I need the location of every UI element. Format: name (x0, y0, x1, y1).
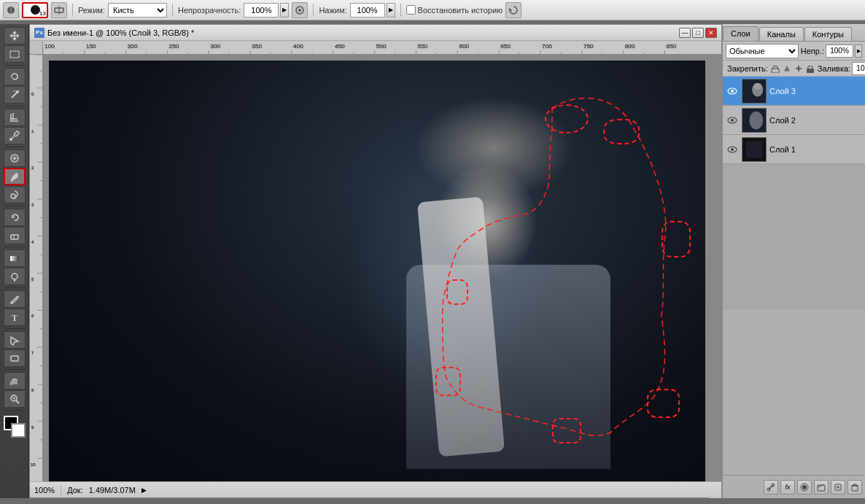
selection-dash-bottom-right (647, 389, 680, 418)
svg-rect-6 (10, 51, 19, 58)
rectangular-marquee-tool[interactable] (4, 45, 26, 63)
window-controls: — □ ✕ (679, 28, 717, 38)
minimize-button[interactable]: — (679, 28, 691, 38)
panel-bottom: fx (723, 475, 865, 498)
link-layers-button[interactable] (764, 480, 778, 495)
background-color[interactable] (11, 423, 26, 438)
layer-3-name: Слой 3 (769, 87, 862, 96)
svg-text:100: 100 (44, 43, 55, 50)
svg-text:T: T (12, 313, 18, 323)
fx-label: fx (785, 484, 790, 491)
maximize-button[interactable]: □ (692, 28, 704, 38)
crop-tool[interactable] (4, 109, 26, 126)
ruler-corner (30, 42, 43, 55)
eyedropper-tool[interactable] (4, 127, 26, 144)
fill-input[interactable] (852, 62, 865, 75)
mode-select[interactable]: Кисть Карандаш Осветлить Затемнить (108, 3, 167, 18)
eraser-tool[interactable] (4, 227, 26, 244)
tool-preset-picker[interactable] (3, 2, 19, 18)
canvas-area[interactable] (43, 55, 721, 484)
shape-tool[interactable] (4, 349, 26, 367)
tab-paths[interactable]: Контуры (804, 27, 852, 41)
history-checkbox[interactable] (406, 5, 416, 15)
pressure-input[interactable]: 100% (350, 3, 385, 18)
svg-point-116 (786, 69, 788, 70)
svg-point-130 (731, 148, 734, 151)
svg-rect-26 (11, 356, 18, 361)
history-brush-tool[interactable] (4, 209, 26, 226)
history-brush-group: Восстановить историю (406, 5, 503, 15)
tool-sep-8 (4, 369, 25, 370)
clone-stamp-tool[interactable] (4, 186, 26, 203)
svg-rect-79 (30, 55, 43, 484)
brush-preview[interactable]: 13 (22, 2, 48, 18)
svg-point-124 (753, 82, 761, 89)
svg-text:850: 850 (667, 43, 677, 50)
opacity-arrow-panel[interactable]: ▶ (855, 44, 862, 58)
svg-text:800: 800 (625, 43, 635, 50)
hand-tool[interactable] (4, 372, 26, 389)
layer-opacity-input[interactable] (826, 44, 853, 58)
lock-all-icon[interactable] (806, 63, 815, 74)
layer-item-1[interactable]: Слой 1 (723, 135, 865, 164)
svg-rect-141 (852, 486, 858, 491)
move-tool[interactable] (4, 27, 26, 44)
new-group-button[interactable] (814, 480, 829, 495)
new-layer-button[interactable] (831, 480, 845, 495)
layer-item-3[interactable]: Слой 3 (723, 77, 865, 106)
delete-layer-button[interactable] (847, 480, 862, 495)
path-selection-tool[interactable] (4, 331, 26, 349)
close-button[interactable]: ✕ (705, 28, 717, 38)
tab-channels[interactable]: Каналы (759, 27, 804, 41)
svg-text:600: 600 (459, 43, 469, 50)
add-fx-button[interactable]: fx (780, 480, 795, 495)
layer-1-thumbnail (742, 137, 767, 162)
type-tool[interactable]: T (4, 309, 26, 326)
lasso-tool[interactable] (4, 68, 26, 85)
svg-text:200: 200 (128, 43, 138, 50)
add-mask-button[interactable] (797, 480, 812, 495)
brush-options-icon[interactable] (51, 2, 67, 18)
brush-tool[interactable] (4, 168, 26, 185)
lock-transparent-icon[interactable] (771, 63, 780, 74)
airbrush-toggle[interactable] (292, 2, 308, 18)
svg-line-7 (12, 93, 17, 98)
ps-app-icon: Ps (34, 28, 44, 38)
magic-wand-tool[interactable] (4, 86, 26, 104)
layer-2-visibility[interactable] (726, 114, 739, 127)
pen-tool[interactable] (4, 290, 26, 308)
tab-layers[interactable]: Слои (723, 26, 759, 41)
svg-point-13 (9, 138, 12, 141)
opacity-input[interactable]: 100% (244, 3, 279, 18)
selection-dash-bottom-left (435, 367, 461, 396)
tool-sep-3 (4, 147, 25, 147)
history-icon[interactable] (505, 2, 521, 18)
pressure-arrow[interactable]: ▶ (387, 3, 395, 18)
selection-dash-bottom-mid (552, 418, 581, 443)
layer-3-visibility[interactable] (726, 85, 739, 98)
gradient-tool[interactable] (4, 249, 26, 267)
layer-1-name: Слой 1 (769, 145, 862, 154)
ps-window-title: Без имени-1 @ 100% (Слой 3, RGB/8) * (47, 28, 676, 37)
panel-empty-area (723, 164, 865, 310)
figure-area (304, 97, 683, 476)
layer-item-2[interactable]: Слой 2 (723, 106, 865, 135)
lock-image-icon[interactable] (783, 63, 791, 74)
lock-position-icon[interactable] (794, 63, 803, 74)
tool-sep-6 (4, 287, 25, 288)
blend-mode-select[interactable]: Обычные Растворение Затемнение Умножение… (726, 44, 799, 58)
opacity-arrow[interactable]: ▶ (280, 3, 289, 18)
opacity-group: 100% ▶ (244, 3, 289, 18)
dodge-tool[interactable] (4, 268, 26, 285)
zoom-tool[interactable] (4, 390, 26, 408)
status-expand[interactable]: ▶ (141, 486, 147, 494)
separator-3 (313, 4, 314, 17)
svg-rect-137 (818, 485, 825, 491)
spot-heal-tool[interactable] (4, 150, 26, 167)
lock-row: Закрепить: Заливка: ▶ (723, 61, 865, 77)
svg-point-128 (749, 111, 763, 128)
svg-text:250: 250 (169, 43, 179, 50)
layer-1-visibility[interactable] (726, 143, 739, 156)
opacity-label: Непрозрачность: (178, 6, 241, 15)
svg-text:350: 350 (252, 43, 262, 50)
